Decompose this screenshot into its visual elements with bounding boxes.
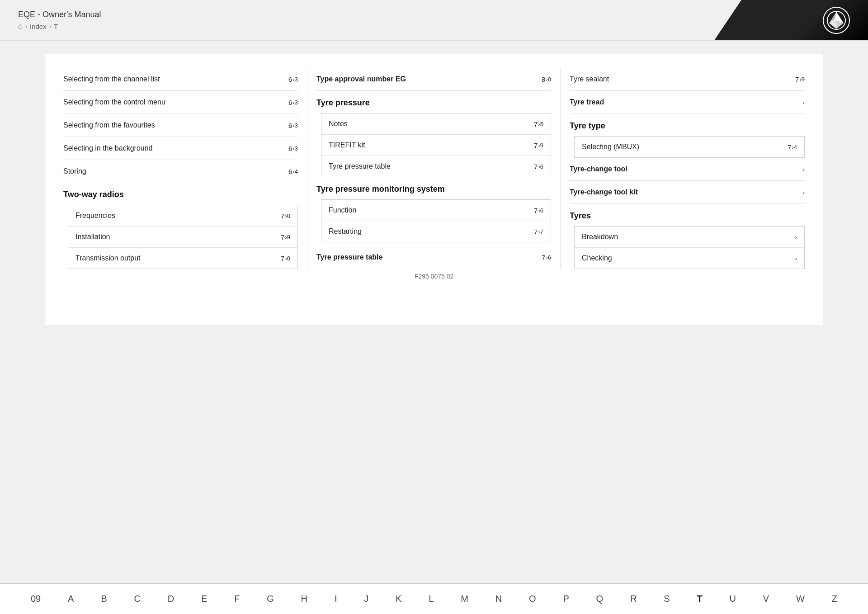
tyre-pressure-section: Tyre pressure Notes 7›5 TIREFIT kit 7›9 … (316, 91, 551, 177)
list-item[interactable]: Checking › (575, 248, 804, 269)
entry-label: Notes (329, 120, 534, 128)
manual-title: EQE - Owner's Manual (18, 10, 696, 19)
alphabet-nav: 09 A B C D E F G H I J K L M N O P Q R S… (0, 583, 868, 614)
alpha-nav-h[interactable]: H (297, 592, 311, 606)
list-item[interactable]: Breakdown › (575, 227, 804, 248)
alpha-nav-d[interactable]: D (164, 592, 178, 606)
entry-page: 7›9 (281, 233, 290, 241)
tyre-pressure-monitoring-entries: Function 7›6 Restarting 7›7 (321, 199, 551, 242)
entry-label: Tyre tread (570, 98, 803, 106)
entry-page: 7›9 (795, 76, 805, 83)
list-item[interactable]: Transmission output 7›0 (68, 248, 297, 269)
column-1: Selecting from the channel list 6›3 Sele… (54, 68, 307, 269)
list-item[interactable]: Selecting in the background 6›3 (63, 137, 298, 160)
entry-page: 7›6 (534, 207, 543, 214)
list-item-tyre-change-tool-kit[interactable]: Tyre-change tool kit › (570, 181, 805, 204)
alpha-nav-o[interactable]: O (525, 592, 540, 606)
home-icon[interactable]: ⌂ (18, 22, 23, 30)
section-header-tyres: Tyres (570, 204, 805, 226)
list-item[interactable]: Selecting from the channel list 6›3 (63, 68, 298, 91)
tyres-entries: Breakdown › Checking › (574, 226, 805, 269)
list-item[interactable]: Storing 6›4 (63, 160, 298, 183)
entry-label: Breakdown (582, 233, 795, 241)
alpha-nav-n[interactable]: N (492, 592, 505, 606)
breadcrumb: ⌂ › Index › T (18, 22, 696, 30)
entry-label: Checking (582, 254, 795, 262)
tyre-pressure-monitoring-section: Tyre pressure monitoring system Function… (316, 177, 551, 242)
alpha-nav-09[interactable]: 09 (27, 592, 44, 606)
alpha-nav-p[interactable]: P (559, 592, 572, 606)
entry-label: Type approval number EG (316, 75, 542, 83)
tyres-section: Tyres Breakdown › Checking › (570, 204, 805, 269)
column-3: Tyre sealant 7›9 Tyre tread › Tyre type … (561, 68, 814, 269)
breadcrumb-index[interactable]: Index (30, 23, 47, 30)
list-item-tyre-change-tool[interactable]: Tyre-change tool › (570, 158, 805, 181)
alpha-nav-c[interactable]: C (130, 592, 144, 606)
list-item[interactable]: Frequencies 7›0 (68, 205, 297, 227)
entry-page: 6›4 (288, 168, 298, 175)
list-item[interactable]: Selecting from the control menu 6›3 (63, 91, 298, 114)
section-header-two-way-radios: Two-way radios (63, 183, 298, 205)
tyre-pressure-entries: Notes 7›5 TIREFIT kit 7›9 Tyre pressure … (321, 113, 551, 177)
alpha-nav-l[interactable]: L (425, 592, 437, 606)
list-item[interactable]: Restarting 7›7 (321, 221, 551, 242)
list-item[interactable]: Installation 7›9 (68, 227, 297, 248)
entry-label: Selecting from the control menu (63, 98, 288, 106)
entry-label: Restarting (329, 227, 534, 236)
alpha-nav-b[interactable]: B (97, 592, 110, 606)
alpha-nav-m[interactable]: M (457, 592, 472, 606)
entry-label: Storing (63, 167, 288, 175)
alpha-nav-f[interactable]: F (231, 592, 243, 606)
alpha-nav-z[interactable]: Z (828, 592, 841, 606)
index-grid: Selecting from the channel list 6›3 Sele… (54, 68, 814, 269)
alpha-nav-k[interactable]: K (392, 592, 405, 606)
col1-plain-entries: Selecting from the channel list 6›3 Sele… (63, 68, 298, 183)
alpha-nav-e[interactable]: E (198, 592, 211, 606)
alpha-nav-g[interactable]: G (263, 592, 278, 606)
alpha-nav-v[interactable]: V (760, 592, 773, 606)
tyre-type-section: Tyre type Selecting (MBUX) 7›4 (570, 114, 805, 158)
list-item[interactable]: Notes 7›5 (321, 113, 551, 135)
alpha-nav-s[interactable]: S (660, 592, 673, 606)
list-item-tyre-sealant[interactable]: Tyre sealant 7›9 (570, 68, 805, 91)
alpha-nav-a[interactable]: A (64, 592, 77, 606)
column-2: Type approval number EG 8›0 Tyre pressur… (307, 68, 561, 269)
entry-label: Tyre-change tool kit (570, 188, 803, 196)
page-header: EQE - Owner's Manual ⌂ › Index › T (0, 0, 868, 41)
entry-page: 6›3 (288, 145, 298, 152)
entry-page: 6›3 (288, 122, 298, 129)
entry-page: › (795, 255, 797, 262)
list-item[interactable]: TIREFIT kit 7›9 (321, 135, 551, 156)
alpha-nav-q[interactable]: Q (593, 592, 607, 606)
entry-label: Selecting in the background (63, 144, 288, 152)
list-item-tyre-tread[interactable]: Tyre tread › (570, 91, 805, 114)
entry-page: 7›0 (281, 255, 290, 262)
entry-label: Function (329, 206, 534, 214)
entry-label: Frequencies (75, 212, 281, 220)
footer-doc-number: F295 0075 02 (54, 269, 814, 307)
alpha-nav-i[interactable]: I (331, 592, 341, 606)
alpha-nav-t[interactable]: T (693, 592, 706, 606)
section-header-tyre-pressure-monitoring: Tyre pressure monitoring system (316, 177, 551, 199)
entry-page: › (803, 99, 805, 106)
entry-page: 6›3 (288, 99, 298, 106)
list-item[interactable]: Function 7›6 (321, 200, 551, 221)
breadcrumb-sep-1: › (25, 23, 27, 30)
list-item[interactable]: Selecting (MBUX) 7›4 (575, 137, 804, 157)
section-header-tyre-type: Tyre type (570, 114, 805, 136)
alpha-nav-u[interactable]: U (726, 592, 739, 606)
breadcrumb-sep-2: › (49, 23, 51, 30)
two-way-radios-section: Two-way radios Frequencies 7›0 Installat… (63, 183, 298, 269)
entry-page: › (795, 234, 797, 241)
alpha-nav-w[interactable]: W (793, 592, 808, 606)
header-left: EQE - Owner's Manual ⌂ › Index › T (0, 0, 714, 40)
entry-label: Selecting (MBUX) (582, 143, 788, 151)
list-item-type-approval[interactable]: Type approval number EG 8›0 (316, 68, 551, 91)
tyre-type-entries: Selecting (MBUX) 7›4 (574, 136, 805, 158)
entry-label: Selecting from the channel list (63, 75, 288, 83)
list-item[interactable]: Tyre pressure table 7›6 (321, 156, 551, 177)
list-item-tyre-pressure-table[interactable]: Tyre pressure table 7›6 (316, 246, 551, 269)
alpha-nav-j[interactable]: J (360, 592, 372, 606)
alpha-nav-r[interactable]: R (627, 592, 640, 606)
list-item[interactable]: Selecting from the favourites 6›3 (63, 114, 298, 137)
